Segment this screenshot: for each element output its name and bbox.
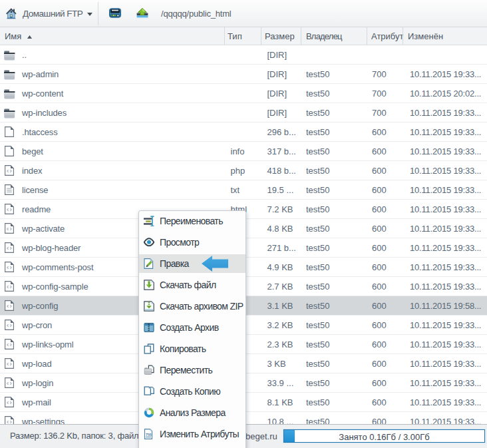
svg-text:755: 755 (146, 433, 152, 437)
